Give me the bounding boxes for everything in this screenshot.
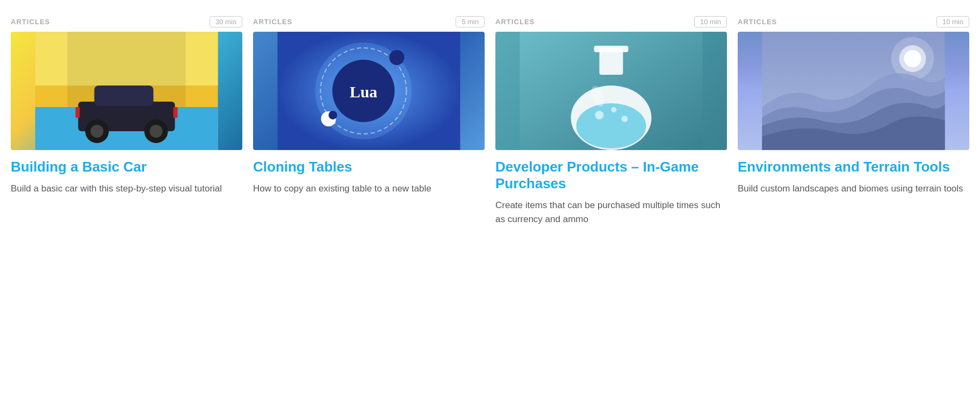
svg-point-9	[150, 125, 163, 138]
card-type-2: ARTICLES	[253, 18, 292, 26]
card-title-2: Cloning Tables	[253, 159, 485, 175]
terrain-illustration	[738, 32, 969, 150]
svg-rect-11	[174, 107, 178, 118]
svg-point-32	[904, 50, 921, 67]
svg-point-7	[91, 125, 104, 138]
svg-point-18	[329, 111, 337, 119]
card-image-flask	[495, 32, 727, 150]
card-duration-4: 10 min	[936, 16, 969, 27]
card-desc-2: How to copy an existing table to a new t…	[253, 182, 485, 196]
card-title-4: Environments and Terrain Tools	[738, 159, 969, 175]
svg-point-23	[577, 103, 646, 148]
card-developer-products[interactable]: ARTICLES 10 min	[495, 16, 727, 226]
card-desc-4: Build custom landscapes and biomes using…	[738, 182, 969, 196]
card-meta-4: ARTICLES 10 min	[738, 16, 969, 27]
card-image-lua: Lua	[253, 32, 485, 150]
card-type-3: ARTICLES	[495, 18, 535, 26]
card-desc-3: Create items that can be purchased multi…	[495, 198, 727, 226]
card-duration-1: 30 min	[210, 16, 242, 27]
car-illustration	[11, 32, 242, 150]
lua-illustration: Lua	[253, 32, 485, 150]
card-type-4: ARTICLES	[738, 18, 777, 26]
svg-rect-5	[95, 86, 154, 106]
card-image-terrain	[738, 32, 969, 150]
card-meta-1: ARTICLES 30 min	[11, 16, 242, 27]
card-meta-3: ARTICLES 10 min	[495, 16, 727, 27]
card-title-3: Developer Products – In-Game Purchases	[495, 159, 727, 192]
articles-grid: ARTICLES 30 min	[5, 11, 975, 231]
card-title-1: Building a Basic Car	[11, 159, 242, 175]
svg-point-19	[390, 50, 405, 65]
card-environments-terrain[interactable]: ARTICLES 10 min	[738, 16, 969, 226]
card-duration-3: 10 min	[694, 16, 727, 27]
card-desc-1: Build a basic car with this step-by-step…	[11, 182, 242, 196]
card-building-car[interactable]: ARTICLES 30 min	[11, 16, 242, 226]
card-cloning-tables[interactable]: ARTICLES 5 min	[253, 16, 485, 226]
svg-rect-10	[76, 107, 80, 118]
svg-point-25	[595, 111, 604, 119]
card-duration-2: 5 min	[456, 16, 485, 27]
card-meta-2: ARTICLES 5 min	[253, 16, 485, 27]
svg-text:Lua: Lua	[350, 83, 378, 101]
svg-rect-24	[594, 46, 629, 52]
svg-point-27	[622, 116, 628, 122]
card-type-1: ARTICLES	[11, 18, 50, 26]
card-image-car	[11, 32, 242, 150]
flask-illustration	[495, 32, 727, 150]
svg-point-26	[611, 107, 617, 112]
